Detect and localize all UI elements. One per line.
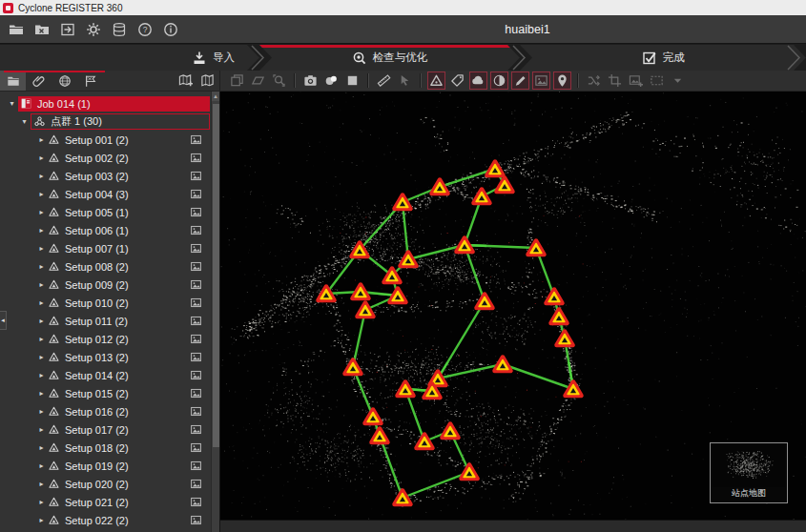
- tree-row-setup[interactable]: ▸Setup 010 (2): [0, 294, 211, 312]
- tree-row-setup[interactable]: ▸Setup 002 (2): [0, 149, 211, 167]
- tree-row-bundle[interactable]: ▾点群 1 (30): [0, 113, 211, 131]
- tree-row-setup[interactable]: ▸Setup 012 (2): [0, 330, 211, 348]
- setup-marker[interactable]: [566, 382, 582, 397]
- color-mode-button[interactable]: [322, 72, 341, 90]
- panel-tab-globe[interactable]: [52, 71, 77, 91]
- setup-marker[interactable]: [401, 253, 417, 267]
- setup-marker[interactable]: [390, 289, 406, 303]
- about-button[interactable]: [161, 20, 180, 39]
- setup-marker[interactable]: [365, 410, 382, 424]
- chevron-right-icon[interactable]: ▸: [35, 407, 48, 416]
- show-geotags-button[interactable]: [553, 72, 571, 90]
- chevron-right-icon[interactable]: ▸: [35, 153, 48, 162]
- show-labels-button[interactable]: [448, 72, 466, 90]
- chevron-right-icon[interactable]: ▸: [35, 208, 48, 216]
- setup-marker[interactable]: [372, 429, 388, 443]
- plane-view-button[interactable]: [249, 72, 267, 90]
- chevron-right-icon[interactable]: ▸: [35, 190, 48, 198]
- tree-row-setup[interactable]: ▸Setup 021 (2): [0, 493, 211, 511]
- tree-row-setup[interactable]: ▸Setup 019 (2): [0, 457, 211, 475]
- setup-marker[interactable]: [495, 358, 511, 372]
- setup-marker[interactable]: [398, 382, 414, 397]
- storage-button[interactable]: [110, 20, 129, 39]
- map-viewport[interactable]: 站点地图: [220, 92, 806, 532]
- show-images-button[interactable]: [532, 72, 550, 90]
- chevron-right-icon[interactable]: ▸: [35, 226, 48, 235]
- camera-button[interactable]: [301, 72, 320, 90]
- tree-row-setup[interactable]: ▸Setup 014 (2): [0, 366, 211, 384]
- tree-row-setup[interactable]: ▸Setup 007 (1): [0, 239, 211, 257]
- setup-marker[interactable]: [358, 303, 374, 317]
- setup-marker[interactable]: [474, 190, 490, 204]
- tree-row-setup[interactable]: ▸Setup 017 (2): [0, 420, 211, 439]
- tree-row-setup[interactable]: ▸Setup 022 (2): [0, 511, 211, 529]
- chevron-right-icon[interactable]: ▸: [35, 244, 48, 253]
- help-button[interactable]: ?: [135, 20, 155, 39]
- copy-view-button[interactable]: [228, 72, 246, 90]
- setup-marker[interactable]: [551, 310, 568, 324]
- show-targets-button[interactable]: [490, 72, 508, 90]
- chevron-right-icon[interactable]: ▸: [35, 317, 48, 325]
- import-export-button[interactable]: [58, 20, 77, 39]
- tree-row-setup[interactable]: ▸Setup 013 (2): [0, 348, 211, 366]
- setup-marker[interactable]: [345, 360, 362, 375]
- settings-button[interactable]: [84, 20, 103, 39]
- scroll-up-arrow[interactable]: ▴: [212, 92, 219, 101]
- tree-row-setup[interactable]: ▸Setup 003 (2): [0, 167, 211, 185]
- tree-row-setup[interactable]: ▸Setup 011 (2): [0, 312, 211, 330]
- open-project-button[interactable]: [7, 20, 26, 39]
- scroll-thumb[interactable]: [213, 104, 219, 447]
- panel-tab-folder-tab[interactable]: [0, 71, 26, 91]
- tree-row-setup[interactable]: ▸Setup 005 (1): [0, 203, 211, 221]
- tree-row-setup[interactable]: ▸Setup 008 (2): [0, 257, 211, 276]
- chevron-right-icon[interactable]: ▸: [35, 389, 48, 398]
- sitemap-view-button[interactable]: [198, 72, 217, 90]
- workflow-tab-2[interactable]: 检查与优化: [259, 45, 520, 71]
- measure-button[interactable]: [375, 72, 393, 90]
- annotate-pencil-button[interactable]: [511, 72, 529, 90]
- chevron-right-icon[interactable]: ▸: [35, 425, 48, 434]
- chevron-right-icon[interactable]: ▸: [35, 298, 48, 307]
- panel-collapse-handle[interactable]: ◄: [0, 311, 7, 330]
- tree-row-setup[interactable]: ▸Setup 018 (2): [0, 439, 211, 457]
- rect-select-button[interactable]: [648, 72, 666, 90]
- minimap[interactable]: 站点地图: [710, 442, 788, 503]
- chevron-right-icon[interactable]: ▸: [35, 498, 48, 506]
- caret-down-button[interactable]: [669, 72, 687, 90]
- chevron-right-icon[interactable]: ▸: [35, 443, 48, 452]
- select-cursor-button[interactable]: [396, 72, 414, 90]
- workflow-tab-3[interactable]: 完成: [520, 45, 806, 71]
- setup-marker[interactable]: [497, 178, 513, 193]
- setup-marker[interactable]: [547, 290, 563, 304]
- setup-marker[interactable]: [417, 435, 433, 449]
- tree-row-setup[interactable]: ▸Setup 001 (2): [0, 131, 211, 149]
- chevron-right-icon[interactable]: ▸: [35, 172, 48, 180]
- tree-row-setup[interactable]: ▸Setup 015 (2): [0, 384, 211, 402]
- setup-marker[interactable]: [487, 162, 504, 176]
- setup-marker[interactable]: [557, 332, 573, 346]
- crop-region-button[interactable]: [606, 72, 624, 90]
- setup-marker[interactable]: [462, 465, 478, 480]
- chevron-right-icon[interactable]: ▸: [35, 461, 48, 470]
- setup-marker[interactable]: [319, 287, 335, 301]
- chevron-right-icon[interactable]: ▸: [35, 280, 48, 289]
- sitemap-add-button[interactable]: [176, 72, 195, 90]
- setup-marker[interactable]: [477, 295, 493, 309]
- show-setups-button[interactable]: [427, 72, 445, 90]
- setup-marker[interactable]: [457, 238, 473, 253]
- chevron-right-icon[interactable]: ▸: [35, 353, 48, 361]
- chevron-right-icon[interactable]: ▸: [35, 135, 48, 144]
- setup-marker[interactable]: [353, 285, 369, 299]
- tree-scrollbar[interactable]: ▴: [211, 92, 219, 532]
- setup-marker[interactable]: [395, 491, 411, 505]
- tree-row-setup[interactable]: ▸Setup 006 (1): [0, 221, 211, 239]
- setup-marker[interactable]: [432, 180, 448, 194]
- chevron-right-icon[interactable]: ▸: [35, 516, 48, 524]
- solid-view-button[interactable]: [343, 72, 362, 90]
- panel-tab-control-flag[interactable]: [77, 71, 103, 91]
- setup-marker[interactable]: [395, 195, 411, 210]
- setup-marker[interactable]: [528, 241, 545, 256]
- chevron-right-icon[interactable]: ▸: [35, 262, 48, 271]
- close-project-button[interactable]: [32, 20, 52, 39]
- panel-tab-paperclip[interactable]: [26, 71, 52, 91]
